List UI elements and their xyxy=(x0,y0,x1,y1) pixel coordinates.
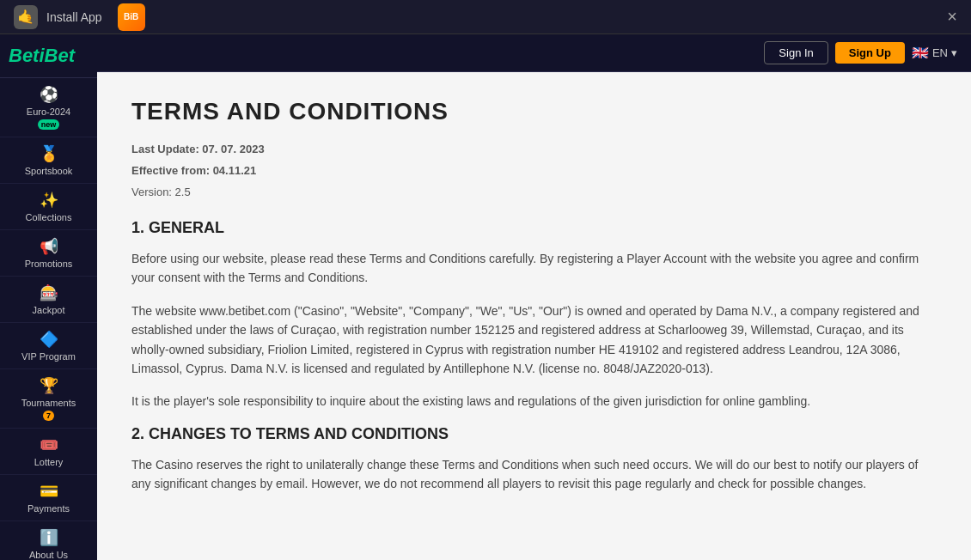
install-label: Install App xyxy=(46,10,102,24)
sidebar-item-payments[interactable]: 💳 Payments xyxy=(0,475,97,521)
section-2-para-1: The Casino reserves the right to unilate… xyxy=(131,455,937,494)
euro-2024-icon: ⚽ xyxy=(40,85,58,104)
sidebar-item-about-us[interactable]: ℹ️ About Us xyxy=(0,521,97,560)
promotions-icon: 📢 xyxy=(40,237,58,256)
main-layout: BetiBet ⚽ Euro-2024 new 🏅 Sportsbook ✨ C… xyxy=(0,34,971,560)
sign-in-button[interactable]: Sign In xyxy=(764,41,827,64)
section-2-heading: 2. CHANGES TO TERMS AND CONDITIONS xyxy=(131,425,937,443)
lang-label: EN xyxy=(932,46,948,59)
sidebar: BetiBet ⚽ Euro-2024 new 🏅 Sportsbook ✨ C… xyxy=(0,34,97,560)
section-1-para-1: Before using our website, please read th… xyxy=(131,249,937,288)
sidebar-item-tournaments[interactable]: 🏆 Tournaments 7 xyxy=(0,369,97,429)
install-bar: 🤙 Install App BiB × xyxy=(0,0,971,34)
tournaments-badge: 7 xyxy=(43,411,54,421)
vip-icon: 🔷 xyxy=(40,330,58,349)
bib-logo: BiB xyxy=(118,3,145,31)
install-close-button[interactable]: × xyxy=(947,7,957,27)
sidebar-item-label: Tournaments xyxy=(21,398,76,408)
sportsbook-icon: 🏅 xyxy=(40,144,58,163)
sidebar-item-label: Collections xyxy=(26,212,72,222)
sidebar-item-lottery[interactable]: 🎟️ Lottery xyxy=(0,429,97,475)
section-1-heading: 1. GENERAL xyxy=(131,219,937,237)
logo-area: BetiBet xyxy=(0,34,97,78)
sidebar-item-label: VIP Program xyxy=(21,351,76,362)
section-1-para-3: It is the player's sole responsibility t… xyxy=(131,392,937,411)
sidebar-item-vip-program[interactable]: 🔷 VIP Program xyxy=(0,323,97,369)
content-area: Sign In Sign Up 🇬🇧 EN ▾ TERMS AND CONDIT… xyxy=(97,34,971,560)
last-update: Last Update: 07. 07. 2023 xyxy=(131,143,937,155)
sidebar-item-promotions[interactable]: 📢 Promotions xyxy=(0,230,97,277)
sign-up-button[interactable]: Sign Up xyxy=(835,42,905,64)
jackpot-icon: 🎰 xyxy=(40,283,58,302)
sidebar-item-sportsbook[interactable]: 🏅 Sportsbook xyxy=(0,137,97,184)
install-bar-left: 🤙 Install App BiB xyxy=(14,3,145,31)
lottery-icon: 🎟️ xyxy=(40,435,58,454)
chevron-down-icon: ▾ xyxy=(951,46,957,59)
sidebar-item-label: Payments xyxy=(27,503,70,514)
sidebar-item-label: About Us xyxy=(29,550,68,560)
flag-icon: 🇬🇧 xyxy=(912,45,929,61)
sidebar-item-label: Euro-2024 xyxy=(27,107,70,117)
site-logo: BetiBet xyxy=(9,45,89,67)
about-icon: ℹ️ xyxy=(40,528,58,547)
effective-from: Effective from: 04.11.21 xyxy=(131,164,937,177)
page-content: TERMS AND CONDITIONS Last Update: 07. 07… xyxy=(97,72,971,560)
payments-icon: 💳 xyxy=(40,482,58,501)
sidebar-item-label: Sportsbook xyxy=(25,166,73,176)
sidebar-item-label: Promotions xyxy=(25,259,73,269)
section-1-para-2: The website www.betibet.com ("Casino", "… xyxy=(131,301,937,379)
tournaments-icon: 🏆 xyxy=(40,376,58,395)
sidebar-item-label: Jackpot xyxy=(33,305,65,315)
sidebar-item-euro-2024[interactable]: ⚽ Euro-2024 new xyxy=(0,78,97,137)
language-selector[interactable]: 🇬🇧 EN ▾ xyxy=(912,45,957,61)
sidebar-item-collections[interactable]: ✨ Collections xyxy=(0,184,97,230)
collections-icon: ✨ xyxy=(40,191,58,210)
euro-2024-badge: new xyxy=(38,119,60,130)
sidebar-item-label: Lottery xyxy=(34,457,64,467)
app-icon: 🤙 xyxy=(14,5,38,29)
header-bar: Sign In Sign Up 🇬🇧 EN ▾ xyxy=(97,34,971,72)
version: Version: 2.5 xyxy=(131,186,937,198)
page-title: TERMS AND CONDITIONS xyxy=(131,98,937,125)
sidebar-item-jackpot[interactable]: 🎰 Jackpot xyxy=(0,277,97,323)
